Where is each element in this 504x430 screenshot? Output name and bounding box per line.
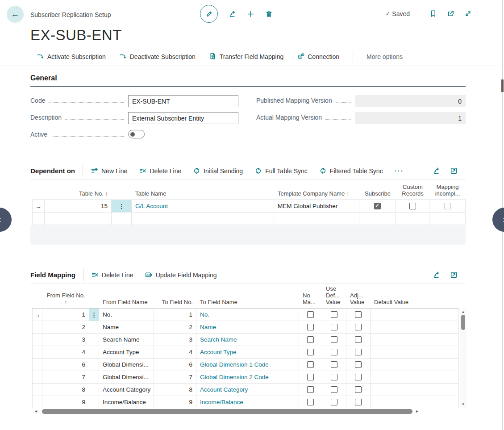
scroll-right-arrow[interactable]: ► (415, 409, 419, 413)
empty-table-row[interactable] (32, 213, 466, 225)
default-value-cell[interactable] (371, 384, 459, 396)
column-header-from-field-no[interactable]: From Field No. ↑ (42, 291, 89, 308)
to-field-no-cell[interactable]: 1 (154, 309, 196, 321)
to-field-name-link[interactable]: Search Name (196, 334, 299, 346)
use-default-value-checkbox[interactable] (331, 386, 337, 393)
scroll-up-arrow[interactable]: ▲ (460, 310, 467, 314)
table-row[interactable]: 9 Income/Balance 9 Income/Balance (32, 396, 459, 408)
table-row[interactable]: 3 Search Name 3 Search Name (32, 334, 459, 346)
deactivate-subscription-button[interactable]: Deactivate Subscription (119, 53, 196, 60)
custom-records-checkbox[interactable] (409, 203, 416, 209)
use-default-value-checkbox[interactable] (331, 336, 337, 343)
to-field-no-cell[interactable]: 8 (154, 384, 196, 396)
dependent-on-heading[interactable]: Dependent on (30, 167, 75, 175)
delete-record-button[interactable] (265, 10, 273, 18)
no-mapping-checkbox[interactable] (307, 386, 314, 393)
to-field-no-cell[interactable]: 3 (154, 334, 196, 346)
column-header-to-field-name[interactable]: To Field Name (196, 297, 299, 308)
adjust-value-checkbox[interactable] (355, 361, 362, 368)
row-options-button[interactable]: ⋮ (89, 309, 99, 321)
open-in-new-window-button[interactable] (447, 10, 454, 17)
focus-section-button[interactable] (450, 167, 458, 175)
horizontal-scrollbar[interactable]: ◄ ► (32, 409, 467, 415)
use-default-value-checkbox[interactable] (331, 399, 337, 405)
scroll-left-arrow[interactable]: ◄ (34, 409, 38, 413)
template-company-cell[interactable]: MEM Global Publisher (274, 200, 359, 212)
page-scroll-thumb[interactable] (501, 79, 504, 92)
no-mapping-checkbox[interactable] (307, 349, 314, 355)
table-row[interactable]: 6 Global Dimensi... 6 Global Dimension 1… (32, 359, 459, 371)
to-field-name-link[interactable]: Global Dimension 2 Code (196, 371, 299, 383)
from-field-name-cell[interactable]: Global Dimensi... (99, 371, 154, 383)
activate-subscription-button[interactable]: Activate Subscription (37, 53, 106, 60)
adjust-value-checkbox[interactable] (355, 399, 362, 405)
to-field-name-link[interactable]: Global Dimension 1 Code (196, 359, 299, 371)
vertical-scrollbar[interactable]: ▲ ▼ (460, 309, 467, 408)
scroll-down-arrow[interactable]: ▼ (460, 402, 467, 406)
column-header-table-name[interactable]: Table Name (132, 189, 274, 200)
row-options-button[interactable]: ⋮ (112, 200, 132, 212)
to-field-name-link[interactable]: Account Category (196, 384, 299, 396)
share-section-button[interactable] (433, 271, 440, 279)
use-default-value-checkbox[interactable] (331, 324, 337, 330)
adjust-value-checkbox[interactable] (355, 374, 362, 380)
active-toggle[interactable] (128, 130, 145, 138)
column-header-custom-records[interactable]: CustomRecords (396, 182, 429, 200)
no-mapping-checkbox[interactable] (307, 311, 314, 318)
adjust-value-checkbox[interactable] (355, 324, 362, 330)
from-field-no-cell[interactable]: 2 (42, 321, 89, 333)
horizontal-scroll-thumb[interactable] (42, 409, 412, 414)
column-header-subscribe[interactable]: Subscribe (359, 189, 396, 200)
no-mapping-checkbox[interactable] (307, 374, 314, 380)
more-actions-button[interactable]: ··· (395, 167, 404, 175)
back-button[interactable]: ← (7, 6, 24, 23)
from-field-no-cell[interactable]: 7 (42, 371, 89, 383)
from-field-no-cell[interactable]: 1 (42, 309, 89, 321)
adjust-value-checkbox[interactable] (355, 336, 362, 343)
adjust-value-checkbox[interactable] (355, 349, 362, 355)
share-section-button[interactable] (433, 167, 440, 175)
share-button[interactable] (229, 10, 236, 18)
from-field-no-cell[interactable]: 3 (42, 334, 89, 346)
transfer-field-mapping-button[interactable]: Transfer Field Mapping (209, 53, 283, 60)
column-header-from-field-name[interactable]: From Field Name (99, 297, 154, 308)
no-mapping-checkbox[interactable] (307, 336, 314, 343)
expand-button[interactable] (464, 10, 472, 17)
from-field-name-cell[interactable]: Search Name (99, 334, 154, 346)
table-name-link[interactable]: G/L Account (132, 200, 274, 212)
to-field-name-link[interactable]: No. (196, 309, 299, 321)
use-default-value-checkbox[interactable] (331, 349, 337, 355)
to-field-no-cell[interactable]: 7 (154, 371, 196, 383)
column-header-table-no[interactable]: Table No. ↑ (45, 189, 112, 200)
default-value-cell[interactable] (371, 346, 459, 358)
from-field-no-cell[interactable]: 9 (42, 396, 89, 408)
default-value-cell[interactable] (371, 359, 459, 371)
fm-delete-line-button[interactable]: Delete Line (91, 271, 133, 279)
no-mapping-checkbox[interactable] (307, 324, 314, 330)
from-field-name-cell[interactable]: Name (99, 321, 154, 333)
next-record-button[interactable]: › (492, 208, 504, 232)
focus-section-button[interactable] (450, 271, 458, 279)
from-field-no-cell[interactable]: 6 (42, 359, 89, 371)
delete-line-button[interactable]: Delete Line (139, 167, 181, 175)
table-row[interactable]: → 15 ⋮ G/L Account MEM Global Publisher (32, 200, 466, 213)
description-field[interactable] (128, 112, 238, 124)
no-mapping-checkbox[interactable] (307, 399, 314, 405)
to-field-name-link[interactable]: Name (196, 321, 299, 333)
use-default-value-checkbox[interactable] (331, 311, 337, 318)
table-row[interactable]: 2 Name 2 Name (32, 321, 459, 334)
from-field-name-cell[interactable]: No. (99, 309, 154, 321)
default-value-cell[interactable] (371, 321, 459, 333)
initial-sending-button[interactable]: Initial Sending (193, 167, 243, 175)
to-field-no-cell[interactable]: 4 (154, 346, 196, 358)
new-record-button[interactable] (247, 10, 254, 18)
connection-button[interactable]: Connection (297, 53, 339, 60)
filtered-table-sync-button[interactable]: Filtered Table Sync (319, 167, 383, 175)
table-no-cell[interactable]: 15 (45, 200, 112, 212)
subscribe-checkbox[interactable] (374, 203, 381, 209)
default-value-cell[interactable] (371, 309, 459, 321)
column-header-default-value[interactable]: Default Value (371, 297, 459, 308)
table-row[interactable]: → 1 ⋮ No. 1 No. (32, 309, 459, 321)
from-field-name-cell[interactable]: Account Type (99, 346, 154, 358)
bookmark-button[interactable] (429, 10, 437, 17)
